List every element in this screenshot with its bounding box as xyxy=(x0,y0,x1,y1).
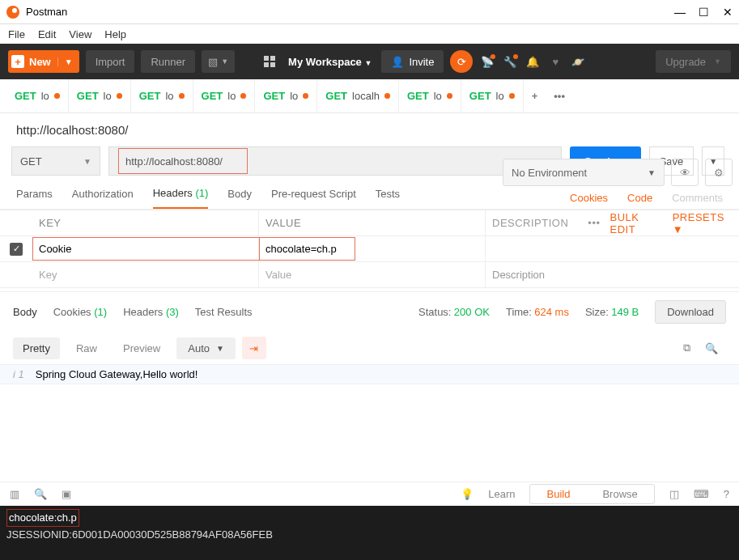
tab-params[interactable]: Params xyxy=(16,188,53,208)
workspace-selector[interactable]: My Workspace ▼ xyxy=(288,56,372,68)
tab-6[interactable]: GETlocalh xyxy=(317,79,399,113)
eye-icon: 👁 xyxy=(680,167,690,179)
close-button[interactable]: ✕ xyxy=(723,6,733,19)
console-line-1: chocolate:ch.p xyxy=(6,509,79,527)
sync-button[interactable]: ⟳ xyxy=(450,50,473,73)
header-value-placeholder[interactable]: Value xyxy=(259,262,486,287)
time-label: Time: 624 ms xyxy=(506,306,569,318)
bulk-edit-link[interactable]: Bulk Edit xyxy=(610,211,663,235)
code-link[interactable]: Code xyxy=(627,192,652,204)
header-value-input[interactable]: chocolate=ch.p xyxy=(259,236,486,261)
tab-headers[interactable]: Headers (1) xyxy=(153,187,209,209)
tab-1[interactable]: GETlo xyxy=(6,79,69,113)
status-bar: ▥ 🔍 ▣ 💡 Learn Build Browse ◫ ⌨ ? xyxy=(0,482,739,506)
view-raw[interactable]: Raw xyxy=(66,337,107,359)
header-desc-placeholder[interactable]: Description xyxy=(486,269,739,281)
response-body-area[interactable] xyxy=(0,384,739,482)
url-input[interactable]: http://localhost:8080/ xyxy=(118,148,248,174)
console-line-2: JSESSIONID:6D001DA00030D525B88794AF08A56… xyxy=(6,527,733,543)
workspace-grid-icon xyxy=(264,56,275,67)
resp-tab-tests[interactable]: Test Results xyxy=(195,306,253,318)
tab-4[interactable]: GETlo xyxy=(193,79,256,113)
capture-icon[interactable]: 📡 xyxy=(479,56,495,68)
two-pane-icon[interactable]: ◫ xyxy=(669,488,679,500)
new-dropdown[interactable]: ▼ xyxy=(57,57,79,66)
request-tabs: GETlo GETlo GETlo GETlo GETlo GETlocalh … xyxy=(0,79,739,113)
upgrade-button[interactable]: Upgrade▼ xyxy=(656,50,731,73)
tab-prerequest[interactable]: Pre-request Script xyxy=(271,188,356,208)
browse-mode[interactable]: Browse xyxy=(586,485,653,503)
header-key-input[interactable]: Cookie xyxy=(32,236,259,261)
new-button[interactable]: + New ▼ xyxy=(8,50,79,73)
find-icon[interactable]: 🔍 xyxy=(34,488,47,500)
wrap-lines-button[interactable]: ⇥ xyxy=(242,337,266,359)
tab-7[interactable]: GETlo xyxy=(399,79,461,113)
request-name[interactable]: http://localhost:8080/ xyxy=(0,113,739,146)
postman-logo-icon xyxy=(6,6,19,19)
tab-8[interactable]: GETlo xyxy=(461,79,524,113)
view-preview[interactable]: Preview xyxy=(113,337,170,359)
row-checkbox[interactable]: ✓ xyxy=(10,243,23,256)
download-button[interactable]: Download xyxy=(655,300,726,324)
settings-wrench-icon[interactable]: 🔧 xyxy=(502,56,518,68)
import-button[interactable]: Import xyxy=(86,50,135,73)
tab-5[interactable]: GETlo xyxy=(255,79,317,113)
http-method-selector[interactable]: GET▼ xyxy=(11,146,100,176)
menu-file[interactable]: File xyxy=(8,28,25,40)
add-tab-button[interactable]: + xyxy=(524,90,546,102)
resp-tab-headers[interactable]: Headers (3) xyxy=(123,306,179,318)
planet-icon[interactable]: 🪐 xyxy=(570,56,586,68)
keyboard-icon[interactable]: ⌨ xyxy=(694,488,709,500)
bootcamp-icon[interactable]: 💡 xyxy=(461,488,474,500)
heart-icon[interactable]: ♥ xyxy=(547,56,563,68)
col-desc: DESCRIPTION xyxy=(492,217,568,229)
tab-tests[interactable]: Tests xyxy=(376,188,400,208)
gear-icon: ⚙ xyxy=(714,167,724,179)
invite-button[interactable]: 👤 Invite xyxy=(381,50,444,73)
build-mode[interactable]: Build xyxy=(530,485,586,503)
person-plus-icon: 👤 xyxy=(391,56,404,68)
header-key-placeholder[interactable]: Key xyxy=(32,262,259,287)
console-icon[interactable]: ▣ xyxy=(62,488,71,500)
tab-2[interactable]: GETlo xyxy=(69,79,131,113)
window-title: Postman xyxy=(26,6,674,18)
open-new-button[interactable]: ▧ ▼ xyxy=(202,50,235,73)
menu-bar: File Edit View Help xyxy=(0,24,739,44)
environment-settings-button[interactable]: ⚙ xyxy=(705,159,733,186)
col-key: KEY xyxy=(32,210,259,235)
presets-dropdown[interactable]: Presets ▼ xyxy=(673,211,733,235)
help-icon[interactable]: ? xyxy=(724,488,729,500)
status-label: Status: 200 OK xyxy=(418,306,490,318)
environment-selector[interactable]: No Environment▼ xyxy=(503,159,665,186)
cookies-link[interactable]: Cookies xyxy=(570,192,608,204)
headers-table: KEY VALUE DESCRIPTION ••• Bulk Edit Pres… xyxy=(0,210,739,288)
runner-button[interactable]: Runner xyxy=(141,50,195,73)
menu-help[interactable]: Help xyxy=(104,28,126,40)
view-pretty[interactable]: Pretty xyxy=(13,337,60,359)
tab-body[interactable]: Body xyxy=(227,188,252,208)
notifications-icon[interactable]: 🔔 xyxy=(525,56,541,68)
line-number: i 1 xyxy=(13,368,24,380)
menu-view[interactable]: View xyxy=(69,28,91,40)
search-response-icon[interactable]: 🔍 xyxy=(705,342,718,354)
copy-response-icon[interactable]: ⧉ xyxy=(683,342,690,354)
col-value: VALUE xyxy=(259,210,486,235)
size-label: Size: 149 B xyxy=(585,306,639,318)
table-more-icon[interactable]: ••• xyxy=(588,217,600,229)
tab-overflow-button[interactable]: ••• xyxy=(546,90,573,102)
environment-quicklook-button[interactable]: 👁 xyxy=(671,159,699,186)
title-bar: Postman — ☐ ✕ xyxy=(0,0,739,24)
menu-edit[interactable]: Edit xyxy=(38,28,56,40)
maximize-button[interactable]: ☐ xyxy=(699,6,708,19)
tab-3[interactable]: GETlo xyxy=(131,79,193,113)
comments-link[interactable]: Comments xyxy=(672,192,723,204)
learn-link[interactable]: Learn xyxy=(488,488,515,500)
resp-tab-body[interactable]: Body xyxy=(13,306,37,318)
sidebar-toggle-icon[interactable]: ▥ xyxy=(10,488,19,500)
tab-authorization[interactable]: Authorization xyxy=(72,188,134,208)
main-toolbar: + New ▼ Import Runner ▧ ▼ My Workspace ▼… xyxy=(0,44,739,79)
minimize-button[interactable]: — xyxy=(674,6,684,19)
format-selector[interactable]: Auto▼ xyxy=(176,337,236,359)
console-output: chocolate:ch.p JSESSIONID:6D001DA00030D5… xyxy=(0,506,739,560)
resp-tab-cookies[interactable]: Cookies (1) xyxy=(53,306,107,318)
